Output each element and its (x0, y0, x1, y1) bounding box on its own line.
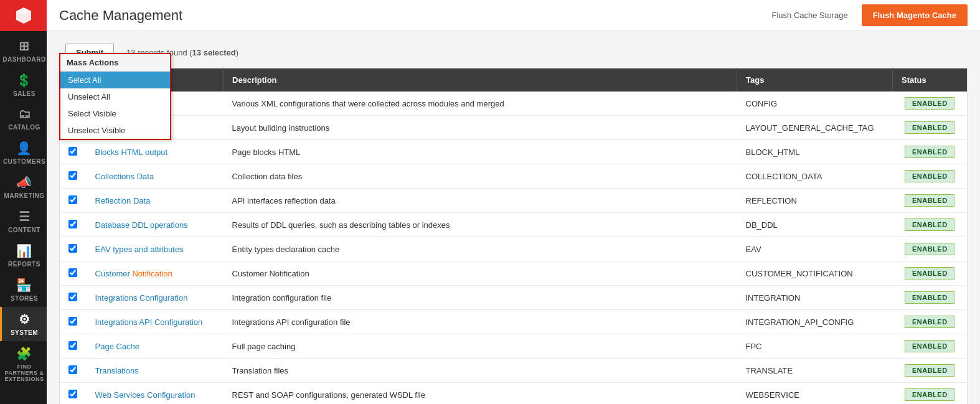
row-checkbox[interactable] (68, 220, 77, 228)
row-checkbox[interactable] (68, 171, 77, 180)
table-row: Blocks HTML outputPage blocks HTMLBLOCK_… (60, 140, 968, 164)
table-row: LayoutsLayout building instructionsLAYOU… (60, 116, 968, 140)
status-badge: ENABLED (905, 316, 954, 328)
page-title: Cache Management (59, 7, 182, 24)
dropdown-item-select-visible[interactable]: Select Visible (60, 105, 170, 122)
row-description: Full page caching (224, 334, 737, 359)
row-checkbox[interactable] (68, 147, 77, 156)
row-checkbox[interactable] (68, 244, 77, 253)
row-type: Database DDL operations (87, 213, 224, 237)
row-tags: REFLECTION (737, 189, 893, 213)
dropdown-item-unselect-all[interactable]: Unselect All (60, 88, 170, 105)
row-type: Integrations API Configuration (87, 310, 224, 334)
sidebar-item-reports[interactable]: 📊 REPORTS (0, 238, 47, 273)
highlight-text: Notification (132, 269, 172, 278)
sidebar-item-stores[interactable]: 🏪 STORES (0, 273, 47, 307)
header-actions: Flush Cache Storage Flush Magento Cache (765, 4, 968, 26)
status-badge: ENABLED (905, 364, 954, 377)
row-checkbox[interactable] (68, 341, 77, 350)
sidebar-item-content[interactable]: ☰ CONTENT (0, 204, 47, 238)
row-checkbox-cell (60, 164, 87, 189)
mass-actions-dropdown: Mass Actions Select All Unselect All Sel… (59, 53, 171, 140)
row-tags: CUSTOMER_NOTIFICATION (737, 261, 893, 286)
type-link[interactable]: Integrations Configuration (95, 293, 188, 303)
sidebar-logo[interactable] (0, 0, 47, 31)
row-checkbox[interactable] (68, 195, 77, 204)
status-badge: ENABLED (905, 170, 954, 182)
row-type: Translations (87, 359, 224, 383)
customers-icon: 👤 (16, 141, 32, 156)
flush-magento-cache-button[interactable]: Flush Magento Cache (862, 4, 968, 26)
row-status: ENABLED (893, 383, 968, 405)
row-type: Integrations Configuration (87, 286, 224, 310)
type-link[interactable]: EAV types and attributes (95, 245, 184, 254)
dropdown-item-select-all[interactable]: Select All (60, 72, 170, 88)
row-status: ENABLED (893, 116, 968, 140)
sidebar-item-system[interactable]: ⚙ SYSTEM (0, 307, 47, 341)
row-status: ENABLED (893, 164, 968, 189)
find-partners-icon: 🧩 (16, 346, 32, 361)
sidebar-item-label: STORES (11, 295, 38, 302)
row-checkbox-cell (60, 140, 87, 164)
table-row: TranslationsTranslation filesTRANSLATEEN… (60, 359, 968, 383)
row-description: Customer Notification (224, 261, 737, 286)
sidebar-item-sales[interactable]: 💲 SALES (0, 68, 47, 102)
table-row: Database DDL operationsResults of DDL qu… (60, 213, 968, 237)
type-link[interactable]: Page Cache (95, 342, 140, 351)
table-row: Page CacheFull page cachingFPCENABLED (60, 334, 968, 359)
table-row: Customer NotificationCustomer Notificati… (60, 261, 968, 286)
row-description: Collection data files (224, 164, 737, 189)
table-row: Web Services ConfigurationREST and SOAP … (60, 383, 968, 405)
sidebar-item-dashboard[interactable]: ⊞ DASHBOARD (0, 34, 47, 68)
row-type: Customer Notification (87, 261, 224, 286)
sales-icon: 💲 (16, 73, 32, 88)
sidebar-item-label: REPORTS (8, 261, 40, 268)
row-checkbox-cell (60, 261, 87, 286)
type-link[interactable]: Web Services Configuration (95, 390, 196, 400)
status-badge: ENABLED (905, 194, 954, 207)
status-badge: ENABLED (905, 267, 954, 280)
row-checkbox-cell (60, 310, 87, 334)
row-tags: TRANSLATE (737, 359, 893, 383)
row-status: ENABLED (893, 359, 968, 383)
catalog-icon: 🗂 (18, 107, 31, 121)
row-checkbox[interactable] (68, 268, 77, 277)
type-link[interactable]: Integrations API Configuration (95, 317, 203, 327)
sidebar-item-find-partners[interactable]: 🧩 FIND PARTNERS & EXTENSIONS (0, 341, 47, 387)
row-checkbox[interactable] (68, 317, 77, 326)
row-tags: DB_DDL (737, 213, 893, 237)
row-status: ENABLED (893, 92, 968, 116)
type-link[interactable]: Translations (95, 366, 139, 375)
row-checkbox[interactable] (68, 293, 77, 301)
col-header-tags: Tags (737, 68, 893, 92)
sidebar-item-label: DASHBOARD (2, 56, 46, 63)
row-tags: INTEGRATION_API_CONFIG (737, 310, 893, 334)
sidebar-item-label: SALES (13, 90, 35, 97)
stores-icon: 🏪 (16, 278, 32, 293)
row-description: Entity types declaration cache (224, 237, 737, 261)
status-badge: ENABLED (905, 121, 954, 134)
row-checkbox[interactable] (68, 390, 77, 398)
row-tags: CONFIG (737, 92, 893, 116)
type-link[interactable]: Database DDL operations (95, 220, 188, 230)
sidebar-item-catalog[interactable]: 🗂 CATALOG (0, 102, 47, 136)
type-link[interactable]: Customer Notification (95, 269, 172, 278)
row-tags: WEBSERVICE (737, 383, 893, 405)
sidebar-item-customers[interactable]: 👤 CUSTOMERS (0, 136, 47, 170)
type-link[interactable]: Reflection Data (95, 196, 151, 205)
row-description: API interfaces reflection data (224, 189, 737, 213)
row-checkbox[interactable] (68, 365, 77, 374)
type-link[interactable]: Blocks HTML output (95, 148, 168, 157)
row-checkbox-cell (60, 237, 87, 261)
sidebar: ⊞ DASHBOARD 💲 SALES 🗂 CATALOG 👤 CUSTOMER… (0, 0, 47, 404)
row-status: ENABLED (893, 213, 968, 237)
status-badge: ENABLED (905, 97, 954, 110)
sidebar-item-label: CATALOG (8, 124, 40, 131)
row-tags: BLOCK_HTML (737, 140, 893, 164)
row-checkbox-cell (60, 213, 87, 237)
table-row: Integrations ConfigurationIntegration co… (60, 286, 968, 310)
type-link[interactable]: Collections Data (95, 172, 154, 181)
flush-cache-storage-button[interactable]: Flush Cache Storage (765, 6, 855, 25)
sidebar-item-marketing[interactable]: 📣 MARKETING (0, 170, 47, 204)
dropdown-item-unselect-visible[interactable]: Unselect Visible (60, 122, 170, 139)
